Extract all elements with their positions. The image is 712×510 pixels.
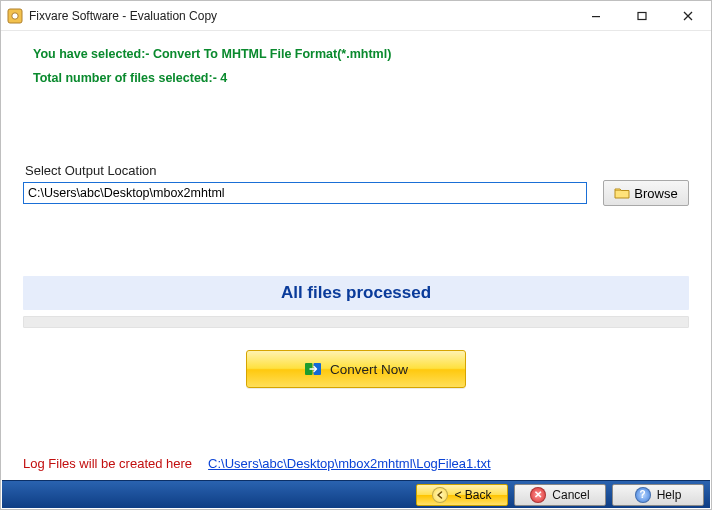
maximize-button[interactable] [619,1,665,31]
minimize-button[interactable] [573,1,619,31]
status-text: All files processed [281,283,431,303]
convert-now-button[interactable]: Convert Now [246,350,466,388]
svg-point-1 [12,12,18,18]
help-label: Help [657,488,682,502]
svg-rect-3 [638,12,646,19]
browse-button[interactable]: Browse [603,180,689,206]
wizard-footer: < Back ✕ Cancel ? Help [2,480,710,508]
help-icon: ? [635,487,651,503]
cancel-icon: ✕ [530,487,546,503]
progress-bar [23,316,689,328]
arrow-left-icon [432,487,448,503]
file-count-text: Total number of files selected:- 4 [33,71,689,85]
folder-icon [614,186,630,200]
cancel-button[interactable]: ✕ Cancel [514,484,606,506]
help-button[interactable]: ? Help [612,484,704,506]
log-path-link[interactable]: C:\Users\abc\Desktop\mbox2mhtml\LogFilea… [208,456,491,471]
output-path-input[interactable] [23,182,587,204]
title-bar: Fixvare Software - Evaluation Copy [1,1,711,31]
output-row: Browse [23,180,689,206]
cancel-label: Cancel [552,488,589,502]
browse-label: Browse [634,186,677,201]
back-button[interactable]: < Back [416,484,508,506]
log-row: Log Files will be created here C:\Users\… [23,456,689,471]
output-location-label: Select Output Location [25,163,689,178]
content-area: You have selected:- Convert To MHTML Fil… [1,31,711,479]
svg-rect-2 [592,16,600,17]
close-button[interactable] [665,1,711,31]
log-label: Log Files will be created here [23,456,192,471]
window-title: Fixvare Software - Evaluation Copy [29,9,217,23]
selected-format-text: You have selected:- Convert To MHTML Fil… [33,47,689,61]
convert-icon [304,360,322,378]
app-icon [7,8,23,24]
convert-label: Convert Now [330,362,408,377]
status-banner: All files processed [23,276,689,310]
back-label: < Back [454,488,491,502]
